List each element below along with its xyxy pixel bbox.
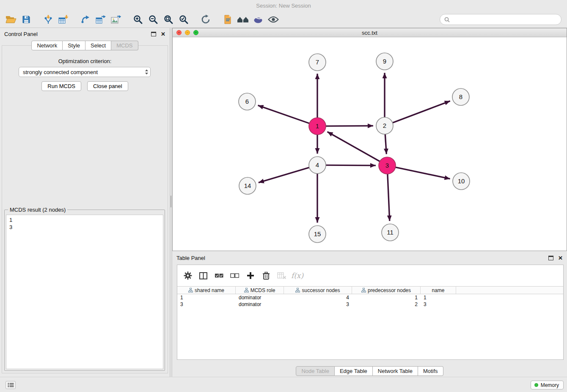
cell-shared-name[interactable]: 3 [177, 301, 236, 308]
column-visibility-button[interactable] [195, 268, 211, 283]
close-panel-button[interactable]: Close panel [87, 81, 128, 91]
add-button[interactable] [242, 268, 258, 283]
table-row[interactable]: 3 dominator 3 2 3 [177, 301, 563, 308]
cell-mcds-role[interactable]: dominator [236, 301, 284, 308]
show-panel-button[interactable] [6, 381, 16, 389]
import-network-button[interactable] [41, 13, 56, 26]
close-window-button[interactable]: × [176, 30, 182, 35]
search-field[interactable] [440, 14, 561, 25]
cell-mcds-role[interactable]: dominator [236, 294, 284, 301]
run-mcds-button[interactable]: Run MCDS [41, 81, 81, 91]
column-edit-icon [361, 288, 366, 293]
zoom-selected-button[interactable] [176, 13, 191, 26]
network-window-titlebar[interactable]: scc.txt × − + [173, 28, 567, 37]
float-window-icon[interactable] [151, 32, 156, 36]
zoom-window-button[interactable]: + [193, 30, 198, 35]
graph-edge-2-3[interactable] [385, 134, 386, 154]
control-panel-tabs: Network Style Select MCDS [0, 41, 170, 50]
graph-edge-3-11[interactable] [388, 174, 390, 221]
select-all-rows-button[interactable] [211, 268, 227, 283]
cell-predecessor-nodes[interactable]: 1 [352, 294, 421, 301]
graph-node-9[interactable]: 9 [376, 53, 393, 70]
memory-status-dot [534, 383, 538, 387]
graph-edge-1-2[interactable] [325, 126, 373, 126]
graph-edge-1-6[interactable] [258, 105, 310, 124]
graph-edge-4-3[interactable] [325, 165, 376, 166]
graph-node-10[interactable]: 10 [453, 173, 470, 190]
column-label: name [432, 287, 444, 293]
cell-shared-name[interactable]: 1 [177, 294, 236, 301]
tab-motifs[interactable]: Motifs [418, 366, 443, 376]
network-canvas[interactable]: 1234678910111415 [173, 37, 567, 251]
float-window-icon[interactable] [548, 256, 553, 260]
tab-style[interactable]: Style [63, 41, 85, 50]
graph-node-7[interactable]: 7 [309, 54, 326, 71]
table-row[interactable]: 1 dominator 4 1 1 [177, 294, 563, 301]
cell-predecessor-nodes[interactable]: 2 [352, 301, 421, 308]
close-panel-icon[interactable]: ✕ [161, 31, 165, 37]
graph-node-3[interactable]: 3 [379, 157, 396, 174]
deselect-all-rows-button[interactable] [227, 268, 242, 283]
svg-text:1: 1 [316, 122, 319, 130]
search-input[interactable] [452, 17, 557, 23]
zoom-selected-icon [179, 14, 189, 25]
graph-node-8[interactable]: 8 [452, 88, 469, 105]
cell-successor-nodes[interactable]: 3 [284, 301, 352, 308]
column-header-mcds-role[interactable]: MCDS role [236, 287, 284, 294]
graph-edge-3-1[interactable] [328, 132, 380, 161]
import-table-button[interactable] [56, 13, 71, 26]
export-network-button[interactable] [78, 13, 93, 26]
houses-button[interactable] [235, 13, 250, 26]
document-export-button[interactable] [220, 13, 235, 26]
delete-button[interactable] [258, 268, 274, 283]
column-header-shared-name[interactable]: shared name [177, 287, 236, 294]
column-edit-icon [295, 288, 300, 293]
column-header-name[interactable]: name [421, 287, 456, 294]
graph-edge-3-10[interactable] [395, 167, 450, 179]
memory-button[interactable]: Memory [531, 381, 564, 389]
svg-text:3: 3 [385, 162, 389, 169]
export-table-icon [96, 15, 106, 24]
mcds-result-text[interactable]: 1 3 [6, 215, 163, 369]
save-session-button[interactable] [19, 13, 34, 26]
tab-edge-table[interactable]: Edge Table [335, 366, 373, 376]
optimization-criterion-select[interactable]: strongly connected component [19, 67, 151, 77]
memory-label: Memory [541, 382, 559, 388]
zoom-in-button[interactable] [130, 13, 146, 26]
table-settings-button[interactable] [180, 268, 195, 283]
graph-node-1[interactable]: 1 [309, 118, 326, 135]
cell-successor-nodes[interactable]: 4 [284, 294, 352, 301]
minimize-window-button[interactable]: − [185, 30, 190, 35]
export-image-button[interactable] [108, 13, 124, 26]
function-builder-button[interactable]: f(x) [289, 268, 305, 283]
cell-name[interactable]: 1 [421, 294, 456, 301]
graph-node-14[interactable]: 14 [239, 177, 256, 194]
delete-table-button[interactable] [274, 268, 289, 283]
cell-name[interactable]: 3 [421, 301, 456, 308]
split-column-icon [199, 272, 207, 279]
graph-node-6[interactable]: 6 [239, 93, 256, 110]
graph-node-15[interactable]: 15 [309, 226, 326, 243]
refresh-button[interactable] [198, 13, 213, 26]
tab-network[interactable]: Network [31, 41, 63, 50]
graph-edge-2-8[interactable] [392, 101, 450, 123]
tab-mcds[interactable]: MCDS [111, 41, 138, 50]
export-table-button[interactable] [93, 13, 108, 26]
zoom-fit-button[interactable] [161, 13, 176, 26]
control-panel-title: Control Panel [4, 31, 38, 37]
open-session-button[interactable] [3, 13, 19, 26]
zoom-out-button[interactable] [146, 13, 161, 26]
show-graphics-button[interactable] [266, 13, 281, 26]
graph-node-11[interactable]: 11 [382, 224, 399, 241]
graph-node-2[interactable]: 2 [376, 117, 393, 134]
close-panel-icon[interactable]: ✕ [558, 255, 563, 261]
column-header-predecessor-nodes[interactable]: predecessor nodes [352, 287, 421, 294]
tab-select[interactable]: Select [85, 41, 111, 50]
svg-text:8: 8 [459, 93, 462, 100]
graph-node-4[interactable]: 4 [309, 157, 326, 174]
tab-node-table[interactable]: Node Table [296, 366, 335, 376]
style-paint-button[interactable] [250, 13, 266, 26]
tab-network-table[interactable]: Network Table [373, 366, 418, 376]
graph-edge-4-14[interactable] [259, 167, 310, 182]
column-header-successor-nodes[interactable]: successor nodes [284, 287, 352, 294]
